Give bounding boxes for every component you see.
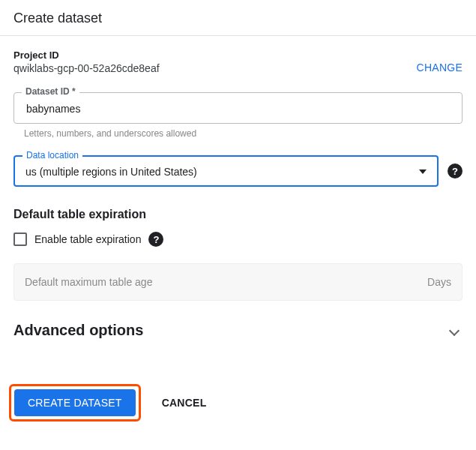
max-table-age-unit: Days — [427, 276, 451, 288]
dataset-id-input[interactable] — [25, 102, 451, 116]
project-id-label: Project ID — [13, 50, 160, 61]
data-location-select[interactable]: Data location us (multiple regions in Un… — [13, 155, 439, 187]
highlight-box: CREATE DATASET — [9, 384, 141, 422]
help-icon[interactable]: ? — [148, 232, 163, 247]
data-location-value: us (multiple regions in United States) — [25, 166, 419, 178]
project-row: Project ID qwiklabs-gcp-00-52a26cde8eaf … — [13, 50, 463, 74]
dialog-title: Create dataset — [0, 0, 476, 36]
enable-expiration-label: Enable table expiration — [34, 233, 141, 245]
create-dataset-button[interactable]: CREATE DATASET — [14, 389, 136, 416]
advanced-options-label: Advanced options — [13, 322, 143, 339]
cancel-button[interactable]: CANCEL — [162, 397, 207, 409]
dataset-id-label: Dataset ID * — [22, 86, 79, 97]
change-project-button[interactable]: CHANGE — [417, 50, 463, 74]
max-table-age-field: Default maximum table age Days — [13, 263, 463, 301]
max-table-age-placeholder: Default maximum table age — [25, 276, 152, 288]
chevron-down-icon — [449, 325, 460, 335]
help-icon[interactable]: ? — [448, 164, 463, 178]
expiration-heading: Default table expiration — [13, 208, 463, 221]
dataset-id-field[interactable]: Dataset ID * — [13, 92, 463, 124]
chevron-down-icon — [419, 170, 427, 174]
enable-expiration-checkbox[interactable] — [13, 232, 27, 246]
dataset-id-helper: Letters, numbers, and underscores allowe… — [24, 128, 463, 139]
project-id-value: qwiklabs-gcp-00-52a26cde8eaf — [13, 62, 160, 74]
advanced-options-toggle[interactable]: Advanced options — [13, 322, 463, 339]
data-location-label: Data location — [22, 150, 82, 160]
